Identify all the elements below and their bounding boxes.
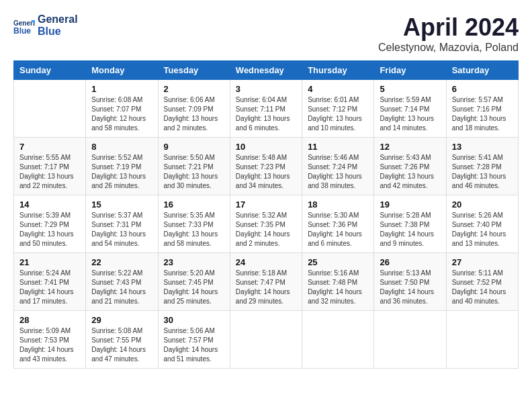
calendar-cell: 10Sunrise: 5:48 AM Sunset: 7:23 PM Dayli… bbox=[230, 138, 302, 195]
day-info: Sunrise: 5:09 AM Sunset: 7:53 PM Dayligh… bbox=[19, 326, 80, 364]
day-number: 5 bbox=[380, 84, 440, 94]
calendar-cell: 19Sunrise: 5:28 AM Sunset: 7:38 PM Dayli… bbox=[374, 195, 446, 253]
calendar-cell bbox=[14, 80, 86, 138]
day-number: 12 bbox=[380, 142, 440, 152]
day-info: Sunrise: 5:35 AM Sunset: 7:33 PM Dayligh… bbox=[164, 211, 224, 248]
day-number: 3 bbox=[236, 84, 296, 94]
logo-icon: General Blue bbox=[13, 15, 35, 36]
day-info: Sunrise: 5:57 AM Sunset: 7:16 PM Dayligh… bbox=[452, 95, 513, 133]
day-number: 13 bbox=[452, 142, 513, 152]
weekday-header-tuesday: Tuesday bbox=[158, 61, 230, 80]
weekday-header-friday: Friday bbox=[374, 61, 446, 80]
day-info: Sunrise: 5:32 AM Sunset: 7:35 PM Dayligh… bbox=[236, 211, 296, 248]
calendar-cell: 14Sunrise: 5:39 AM Sunset: 7:29 PM Dayli… bbox=[14, 195, 86, 253]
day-info: Sunrise: 5:30 AM Sunset: 7:36 PM Dayligh… bbox=[308, 211, 368, 248]
calendar-cell: 18Sunrise: 5:30 AM Sunset: 7:36 PM Dayli… bbox=[302, 195, 374, 253]
day-info: Sunrise: 5:26 AM Sunset: 7:40 PM Dayligh… bbox=[452, 211, 513, 248]
weekday-header-sunday: Sunday bbox=[14, 61, 86, 80]
calendar-week-row: 28Sunrise: 5:09 AM Sunset: 7:53 PM Dayli… bbox=[14, 311, 519, 369]
calendar-cell: 20Sunrise: 5:26 AM Sunset: 7:40 PM Dayli… bbox=[446, 195, 518, 253]
day-info: Sunrise: 5:08 AM Sunset: 7:55 PM Dayligh… bbox=[91, 326, 152, 364]
day-info: Sunrise: 5:11 AM Sunset: 7:52 PM Dayligh… bbox=[452, 269, 513, 306]
day-number: 17 bbox=[236, 199, 296, 210]
logo: General Blue General Blue bbox=[13, 13, 78, 37]
day-info: Sunrise: 5:46 AM Sunset: 7:24 PM Dayligh… bbox=[308, 153, 368, 191]
day-info: Sunrise: 5:13 AM Sunset: 7:50 PM Dayligh… bbox=[380, 269, 440, 306]
calendar-cell: 24Sunrise: 5:18 AM Sunset: 7:47 PM Dayli… bbox=[230, 253, 302, 311]
day-info: Sunrise: 5:16 AM Sunset: 7:48 PM Dayligh… bbox=[308, 269, 368, 306]
day-number: 15 bbox=[91, 199, 152, 210]
calendar-cell: 21Sunrise: 5:24 AM Sunset: 7:41 PM Dayli… bbox=[14, 253, 86, 311]
day-number: 6 bbox=[452, 84, 513, 94]
calendar-cell bbox=[302, 311, 374, 369]
day-number: 23 bbox=[164, 257, 224, 267]
day-number: 11 bbox=[308, 142, 368, 152]
calendar-cell: 11Sunrise: 5:46 AM Sunset: 7:24 PM Dayli… bbox=[302, 138, 374, 195]
calendar-cell bbox=[230, 311, 302, 369]
day-info: Sunrise: 5:18 AM Sunset: 7:47 PM Dayligh… bbox=[236, 269, 296, 306]
title-area: April 2024 Celestynow, Mazovia, Poland bbox=[378, 13, 519, 54]
day-number: 25 bbox=[308, 257, 368, 267]
calendar-cell: 6Sunrise: 5:57 AM Sunset: 7:16 PM Daylig… bbox=[446, 80, 518, 138]
day-number: 27 bbox=[452, 257, 513, 267]
day-info: Sunrise: 6:06 AM Sunset: 7:09 PM Dayligh… bbox=[164, 95, 224, 133]
calendar-cell: 22Sunrise: 5:22 AM Sunset: 7:43 PM Dayli… bbox=[86, 253, 158, 311]
calendar-cell: 7Sunrise: 5:55 AM Sunset: 7:17 PM Daylig… bbox=[14, 138, 86, 195]
calendar-cell: 5Sunrise: 5:59 AM Sunset: 7:14 PM Daylig… bbox=[374, 80, 446, 138]
day-number: 28 bbox=[19, 315, 80, 325]
calendar-cell: 1Sunrise: 6:08 AM Sunset: 7:07 PM Daylig… bbox=[86, 80, 158, 138]
calendar-cell: 16Sunrise: 5:35 AM Sunset: 7:33 PM Dayli… bbox=[158, 195, 230, 253]
day-info: Sunrise: 5:22 AM Sunset: 7:43 PM Dayligh… bbox=[91, 269, 152, 306]
calendar-table: SundayMondayTuesdayWednesdayThursdayFrid… bbox=[13, 60, 519, 369]
day-number: 26 bbox=[380, 257, 440, 267]
day-number: 4 bbox=[308, 84, 368, 94]
day-info: Sunrise: 6:01 AM Sunset: 7:12 PM Dayligh… bbox=[308, 95, 368, 133]
calendar-cell bbox=[446, 311, 518, 369]
calendar-week-row: 7Sunrise: 5:55 AM Sunset: 7:17 PM Daylig… bbox=[14, 138, 519, 195]
calendar-cell: 28Sunrise: 5:09 AM Sunset: 7:53 PM Dayli… bbox=[14, 311, 86, 369]
weekday-header-thursday: Thursday bbox=[302, 61, 374, 80]
weekday-header-wednesday: Wednesday bbox=[230, 61, 302, 80]
day-number: 7 bbox=[19, 142, 80, 152]
day-info: Sunrise: 5:06 AM Sunset: 7:57 PM Dayligh… bbox=[164, 326, 224, 364]
calendar-week-row: 14Sunrise: 5:39 AM Sunset: 7:29 PM Dayli… bbox=[14, 195, 519, 253]
day-number: 14 bbox=[19, 199, 80, 210]
day-number: 30 bbox=[164, 315, 224, 325]
calendar-cell: 17Sunrise: 5:32 AM Sunset: 7:35 PM Dayli… bbox=[230, 195, 302, 253]
calendar-cell: 12Sunrise: 5:43 AM Sunset: 7:26 PM Dayli… bbox=[374, 138, 446, 195]
calendar-cell: 15Sunrise: 5:37 AM Sunset: 7:31 PM Dayli… bbox=[86, 195, 158, 253]
calendar-cell: 2Sunrise: 6:06 AM Sunset: 7:09 PM Daylig… bbox=[158, 80, 230, 138]
day-number: 1 bbox=[91, 84, 152, 94]
calendar-cell: 27Sunrise: 5:11 AM Sunset: 7:52 PM Dayli… bbox=[446, 253, 518, 311]
calendar-cell: 8Sunrise: 5:52 AM Sunset: 7:19 PM Daylig… bbox=[86, 138, 158, 195]
day-info: Sunrise: 5:43 AM Sunset: 7:26 PM Dayligh… bbox=[380, 153, 440, 191]
day-number: 20 bbox=[452, 199, 513, 210]
calendar-week-row: 21Sunrise: 5:24 AM Sunset: 7:41 PM Dayli… bbox=[14, 253, 519, 311]
day-info: Sunrise: 5:55 AM Sunset: 7:17 PM Dayligh… bbox=[19, 153, 80, 191]
day-info: Sunrise: 6:08 AM Sunset: 7:07 PM Dayligh… bbox=[91, 95, 152, 133]
day-number: 18 bbox=[308, 199, 368, 210]
day-info: Sunrise: 6:04 AM Sunset: 7:11 PM Dayligh… bbox=[236, 95, 296, 133]
svg-text:Blue: Blue bbox=[13, 26, 31, 36]
day-number: 9 bbox=[164, 142, 224, 152]
calendar-cell: 3Sunrise: 6:04 AM Sunset: 7:11 PM Daylig… bbox=[230, 80, 302, 138]
calendar-cell: 25Sunrise: 5:16 AM Sunset: 7:48 PM Dayli… bbox=[302, 253, 374, 311]
day-number: 19 bbox=[380, 199, 440, 210]
weekday-header-monday: Monday bbox=[86, 61, 158, 80]
day-info: Sunrise: 5:52 AM Sunset: 7:19 PM Dayligh… bbox=[91, 153, 152, 191]
logo-blue: Blue bbox=[38, 26, 61, 37]
weekday-header-row: SundayMondayTuesdayWednesdayThursdayFrid… bbox=[14, 61, 519, 80]
day-info: Sunrise: 5:48 AM Sunset: 7:23 PM Dayligh… bbox=[236, 153, 296, 191]
calendar-cell: 23Sunrise: 5:20 AM Sunset: 7:45 PM Dayli… bbox=[158, 253, 230, 311]
day-number: 2 bbox=[164, 84, 224, 94]
day-info: Sunrise: 5:41 AM Sunset: 7:28 PM Dayligh… bbox=[452, 153, 513, 191]
calendar-cell: 26Sunrise: 5:13 AM Sunset: 7:50 PM Dayli… bbox=[374, 253, 446, 311]
calendar-cell: 4Sunrise: 6:01 AM Sunset: 7:12 PM Daylig… bbox=[302, 80, 374, 138]
day-number: 21 bbox=[19, 257, 80, 267]
day-number: 16 bbox=[164, 199, 224, 210]
month-title: April 2024 bbox=[378, 13, 519, 42]
day-number: 22 bbox=[91, 257, 152, 267]
day-info: Sunrise: 5:59 AM Sunset: 7:14 PM Dayligh… bbox=[380, 95, 440, 133]
calendar-cell: 29Sunrise: 5:08 AM Sunset: 7:55 PM Dayli… bbox=[86, 311, 158, 369]
day-info: Sunrise: 5:24 AM Sunset: 7:41 PM Dayligh… bbox=[19, 269, 80, 306]
